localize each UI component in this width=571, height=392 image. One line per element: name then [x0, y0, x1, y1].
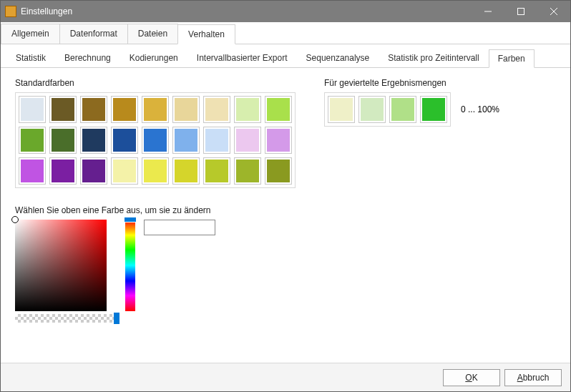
quartile-color-palette — [324, 92, 451, 127]
color-swatch[interactable] — [19, 127, 46, 154]
color-swatch[interactable] — [234, 127, 261, 154]
sv-alpha-group — [15, 220, 117, 323]
standard-color-palette — [15, 92, 296, 188]
cancel-button[interactable]: Abbruch — [504, 369, 562, 386]
sub-tab-berechnung[interactable]: Berechnung — [55, 49, 120, 67]
hue-slider[interactable] — [125, 220, 135, 311]
settings-window: Einstellungen AllgemeinDatenformatDateie… — [0, 0, 571, 392]
sub-tab-statistik-pro-zeitintervall[interactable]: Statistik pro Zeitintervall — [379, 49, 488, 67]
color-swatch[interactable] — [234, 96, 261, 123]
hue-thumb[interactable] — [124, 217, 137, 222]
sub-tabs: StatistikBerechnungKodierungenIntervallb… — [1, 44, 570, 68]
app-icon — [5, 6, 16, 17]
quartile-colors-label: Für geviertelte Ergebnismengen — [324, 78, 499, 88]
color-swatch[interactable] — [172, 96, 200, 123]
color-swatch[interactable] — [49, 96, 77, 123]
content-area: Standardfarben Wählen Sie oben eine Farb… — [1, 68, 570, 363]
color-swatch[interactable] — [49, 127, 77, 154]
main-tabs: AllgemeinDatenformatDateienVerhalten — [1, 22, 570, 44]
color-swatch[interactable] — [80, 157, 107, 185]
color-swatch[interactable] — [49, 157, 77, 185]
sub-tab-sequenzanalyse[interactable]: Sequenzanalyse — [297, 49, 379, 67]
color-swatch[interactable] — [172, 127, 200, 154]
close-button[interactable] — [537, 1, 570, 22]
main-tab-datenformat[interactable]: Datenformat — [59, 24, 128, 44]
color-swatch[interactable] — [80, 96, 107, 123]
quartile-row: 0 ... 100% — [324, 92, 499, 127]
color-swatch[interactable] — [265, 96, 292, 123]
color-swatch[interactable] — [142, 96, 169, 123]
minimize-button[interactable] — [472, 1, 504, 22]
standard-colors-label: Standardfarben — [15, 78, 296, 88]
color-swatch[interactable] — [265, 157, 292, 185]
sub-tab-statistik[interactable]: Statistik — [6, 49, 55, 67]
color-swatch[interactable] — [142, 157, 169, 185]
color-swatch[interactable] — [203, 157, 230, 185]
quartile-swatch[interactable] — [389, 96, 416, 123]
main-tab-verhalten[interactable]: Verhalten — [177, 24, 235, 44]
color-swatch[interactable] — [19, 96, 46, 123]
sv-cursor[interactable] — [11, 216, 19, 223]
color-swatch[interactable] — [203, 96, 230, 123]
quartile-range-label: 0 ... 100% — [461, 104, 499, 114]
standard-colors-section: Standardfarben Wählen Sie oben eine Farb… — [15, 78, 296, 353]
hex-input[interactable] — [144, 220, 215, 235]
color-swatch[interactable] — [203, 127, 230, 154]
color-swatch[interactable] — [19, 157, 46, 185]
quartile-swatch[interactable] — [328, 96, 355, 123]
main-tab-dateien[interactable]: Dateien — [127, 24, 178, 44]
quartile-colors-section: Für geviertelte Ergebnismengen 0 ... 100… — [324, 78, 499, 353]
sub-tab-intervallbasierter-export[interactable]: Intervallbasierter Export — [187, 49, 297, 67]
titlebar: Einstellungen — [1, 1, 570, 22]
maximize-button[interactable] — [504, 1, 537, 22]
alpha-slider[interactable] — [15, 314, 117, 323]
quartile-swatch[interactable] — [358, 96, 386, 123]
window-title: Einstellungen — [21, 6, 472, 16]
color-swatch[interactable] — [111, 96, 138, 123]
svg-rect-1 — [518, 9, 524, 15]
alpha-thumb[interactable] — [114, 313, 119, 324]
color-swatch[interactable] — [234, 157, 261, 185]
color-swatch[interactable] — [80, 127, 107, 154]
dialog-footer: OK Abbruch — [1, 363, 570, 391]
color-swatch[interactable] — [111, 157, 138, 185]
sub-tab-kodierungen[interactable]: Kodierungen — [120, 49, 187, 67]
sub-tab-farben[interactable]: Farben — [489, 49, 535, 68]
color-swatch[interactable] — [172, 157, 200, 185]
saturation-value-field[interactable] — [15, 220, 107, 311]
color-picker — [15, 220, 296, 323]
ok-button[interactable]: OK — [443, 369, 500, 386]
color-swatch[interactable] — [142, 127, 169, 154]
color-swatch[interactable] — [265, 127, 292, 154]
picker-hint: Wählen Sie oben eine Farbe aus, um sie z… — [15, 205, 296, 215]
quartile-swatch[interactable] — [420, 96, 447, 123]
color-swatch[interactable] — [111, 127, 138, 154]
main-tab-allgemein[interactable]: Allgemein — [1, 24, 60, 44]
